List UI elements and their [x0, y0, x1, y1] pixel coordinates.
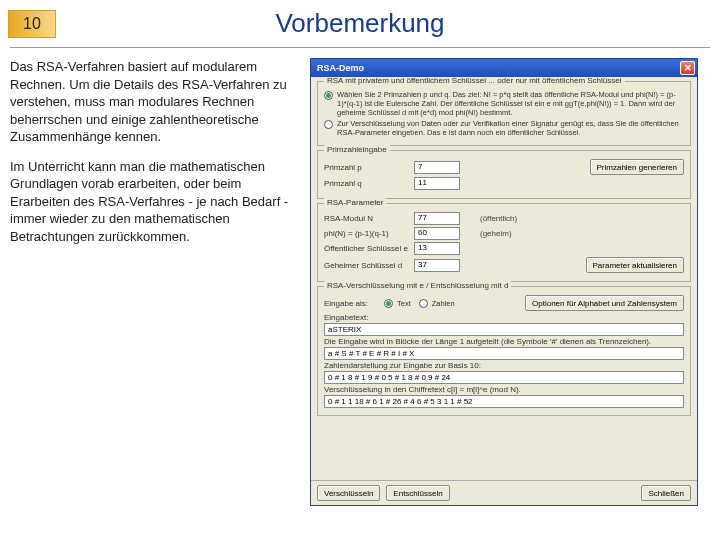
prime-q-label: Primzahl q: [324, 179, 414, 188]
prime-q-input[interactable]: 11: [414, 177, 460, 190]
radio-both-keys[interactable]: [324, 91, 333, 100]
radio-input-text-label: Text: [397, 299, 411, 308]
update-params-button[interactable]: Parameter aktualisieren: [586, 257, 684, 273]
phi-note: (geheim): [480, 229, 512, 238]
encrypt-button[interactable]: Verschlüsseln: [317, 485, 380, 501]
radio-pubkey-only[interactable]: [324, 120, 333, 129]
radio-input-numbers-label: Zahlen: [432, 299, 455, 308]
divider: [10, 47, 710, 48]
prime-p-input[interactable]: 7: [414, 161, 460, 174]
radio-input-text[interactable]: [384, 299, 393, 308]
modul-label: RSA-Modul N: [324, 214, 414, 223]
paragraph-2: Im Unterricht kann man die mathematische…: [10, 158, 296, 246]
privkey-input[interactable]: 37: [414, 259, 460, 272]
dialog-titlebar[interactable]: RSA-Demo ✕: [311, 59, 697, 77]
privkey-label: Geheimer Schlüssel d: [324, 261, 414, 270]
prime-p-label: Primzahl p: [324, 163, 414, 172]
blocks-field[interactable]: a # S # T # E # R # I # X: [324, 347, 684, 360]
blocks-label: Die Eingabe wird in Blöcke der Länge 1 a…: [324, 337, 684, 346]
alphabet-options-button[interactable]: Optionen für Alphabet und Zahlensystem: [525, 295, 684, 311]
body-text: Das RSA-Verfahren basiert auf modularem …: [10, 58, 310, 506]
input-text-label: Eingabetext:: [324, 313, 684, 322]
group-rsa-params: RSA-Parameter RSA-Modul N 77 (öffentlich…: [317, 203, 691, 282]
dialog-button-bar: Verschlüsseln Entschlüsseln Schließen: [311, 480, 697, 505]
phi-input[interactable]: 60: [414, 227, 460, 240]
cipher-field[interactable]: 0 # 1 1 18 # 6 1 # 26 # 4 6 # 5 3 1 1 # …: [324, 395, 684, 408]
numbers-field[interactable]: 0 # 1 8 # 1 9 # 0 5 # 1 8 # 0 9 # 24: [324, 371, 684, 384]
close-button[interactable]: Schließen: [641, 485, 691, 501]
pubkey-label: Öffentlicher Schlüssel e: [324, 244, 414, 253]
radio-both-keys-label: Wählen Sie 2 Primzahlen p und q. Das zie…: [337, 90, 684, 117]
group-primes: Primzahleingabe Primzahl p 7 Primzahlen …: [317, 150, 691, 199]
rsa-demo-dialog: RSA-Demo ✕ RSA mit privatem und öffentli…: [310, 58, 698, 506]
paragraph-1: Das RSA-Verfahren basiert auf modularem …: [10, 58, 296, 146]
group-rsa-params-title: RSA-Parameter: [324, 198, 386, 207]
decrypt-button[interactable]: Entschlüsseln: [386, 485, 449, 501]
pubkey-input[interactable]: 13: [414, 242, 460, 255]
cipher-label: Verschlüsselung in den Chiffretext c[i] …: [324, 385, 684, 394]
group-encrypt: RSA-Verschlüsselung mit e / Entschlüssel…: [317, 286, 691, 416]
modul-input[interactable]: 77: [414, 212, 460, 225]
group-primes-title: Primzahleingabe: [324, 145, 390, 154]
page-title: Vorbemerkung: [0, 8, 720, 39]
group-mode: RSA mit privatem und öffentlichem Schlüs…: [317, 81, 691, 146]
input-text-field[interactable]: aSTERIX: [324, 323, 684, 336]
generate-primes-button[interactable]: Primzahlen generieren: [590, 159, 685, 175]
phi-label: phi(N) = (p-1)(q-1): [324, 229, 414, 238]
group-mode-title: RSA mit privatem und öffentlichem Schlüs…: [324, 77, 625, 85]
close-icon[interactable]: ✕: [680, 61, 695, 75]
radio-pubkey-only-label: Zur Verschlüsselung von Daten oder zur V…: [337, 119, 684, 137]
group-encrypt-title: RSA-Verschlüsselung mit e / Entschlüssel…: [324, 281, 511, 290]
radio-input-numbers[interactable]: [419, 299, 428, 308]
dialog-title: RSA-Demo: [317, 63, 364, 73]
modul-note: (öffentlich): [480, 214, 517, 223]
numbers-label: Zahlendarstellung zur Eingabe zur Basis …: [324, 361, 684, 370]
input-as-label: Eingabe als:: [324, 299, 384, 308]
